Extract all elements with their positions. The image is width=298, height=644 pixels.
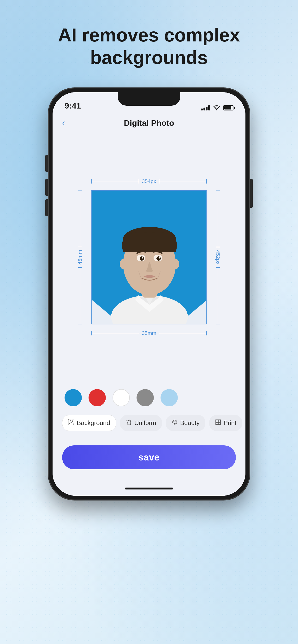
- home-bar: [125, 488, 173, 490]
- photo-container: 354px: [53, 132, 245, 382]
- color-swatch-white[interactable]: [112, 389, 130, 406]
- signal-icon: [201, 105, 210, 110]
- tab-background[interactable]: Background: [62, 415, 116, 431]
- height-mm-label: 45mm: [77, 247, 83, 268]
- color-swatch-gray[interactable]: [136, 389, 154, 406]
- svg-rect-22: [218, 420, 221, 422]
- width-px-label: 354px: [139, 178, 159, 184]
- svg-point-14: [120, 259, 127, 269]
- svg-point-10: [140, 256, 144, 261]
- left-measurement: 45mm: [77, 190, 83, 324]
- controls-area: Background Uniform: [53, 382, 245, 440]
- person-image: [92, 190, 207, 324]
- home-indicator: [53, 481, 245, 496]
- phone-frame: 9:41: [48, 88, 250, 500]
- phone-mockup: 9:41: [48, 88, 250, 500]
- battery-icon: [223, 105, 233, 110]
- status-icons: [201, 105, 233, 110]
- uniform-label: Uniform: [134, 419, 156, 427]
- back-button[interactable]: ‹: [62, 118, 65, 128]
- notch: [118, 92, 180, 106]
- bottom-measurement: 35mm: [91, 330, 207, 336]
- svg-point-19: [173, 421, 174, 422]
- save-button[interactable]: save: [62, 446, 236, 469]
- tabs-row: Background Uniform: [62, 415, 236, 431]
- right-measurement: 452px: [215, 190, 221, 324]
- photo-measurement-wrapper: 354px: [91, 190, 207, 324]
- nav-title: Digital Photo: [124, 118, 174, 128]
- height-px-label: 452px: [215, 247, 221, 268]
- background-label: Background: [77, 419, 110, 427]
- svg-point-12: [142, 257, 143, 258]
- beauty-icon: [172, 419, 178, 427]
- color-swatches: [62, 389, 236, 406]
- save-btn-wrapper: save: [53, 440, 245, 481]
- tab-print[interactable]: Print: [209, 415, 242, 431]
- svg-rect-24: [218, 422, 221, 424]
- wifi-icon: [213, 105, 220, 110]
- status-time: 9:41: [65, 101, 81, 110]
- width-mm-label: 35mm: [139, 330, 159, 336]
- svg-point-15: [172, 259, 179, 269]
- print-label: Print: [224, 419, 236, 427]
- passport-photo-box: [91, 190, 207, 324]
- svg-rect-21: [216, 420, 218, 422]
- color-swatch-red[interactable]: [89, 389, 106, 406]
- svg-point-13: [159, 257, 160, 258]
- svg-point-0: [216, 109, 217, 110]
- color-swatch-blue[interactable]: [65, 389, 82, 406]
- beauty-label: Beauty: [180, 419, 200, 427]
- svg-point-11: [157, 256, 161, 261]
- background-icon: [68, 419, 74, 427]
- tab-uniform[interactable]: Uniform: [120, 415, 162, 431]
- uniform-icon: [126, 419, 132, 427]
- headline: AI removes complex backgrounds: [44, 24, 255, 69]
- svg-point-16: [70, 420, 72, 422]
- nav-bar: ‹ Digital Photo: [53, 113, 245, 132]
- print-icon: [215, 419, 221, 427]
- svg-rect-23: [216, 422, 218, 424]
- phone-screen: 9:41: [53, 92, 245, 496]
- color-swatch-lightblue[interactable]: [161, 389, 178, 406]
- top-measurement: 354px: [91, 178, 207, 184]
- tab-beauty[interactable]: Beauty: [166, 415, 205, 431]
- svg-point-20: [175, 421, 176, 422]
